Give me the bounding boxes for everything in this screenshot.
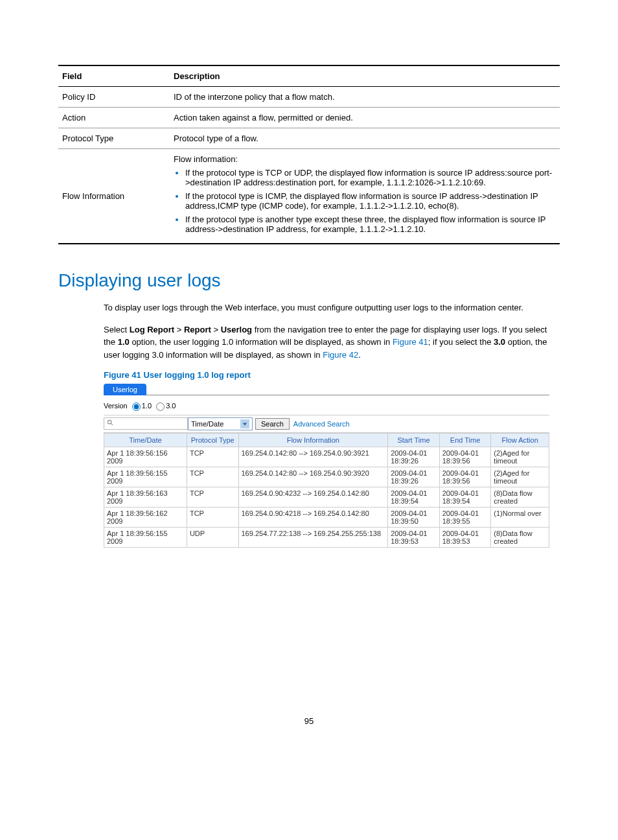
table-row: Apr 1 18:39:56:155 2009UDP169.254.77.22:… [104, 527, 549, 547]
cell-start: 2009-04-01 18:39:54 [388, 487, 440, 507]
cell-time: Apr 1 18:39:56:163 2009 [104, 487, 187, 507]
search-input[interactable] [104, 417, 188, 430]
cell-end: 2009-04-01 18:39:56 [439, 447, 491, 467]
cell-field: Flow Information [58, 149, 170, 244]
cell-action: (8)Data flow created [491, 527, 549, 547]
th-flow[interactable]: Flow Information [238, 433, 388, 447]
version-label: Version [104, 402, 128, 410]
chevron-down-icon [240, 419, 249, 428]
cell-end: 2009-04-01 18:39:54 [439, 487, 491, 507]
search-bar: Time/Date Search Advanced Search [104, 415, 549, 433]
cell-time: Apr 1 18:39:56:162 2009 [104, 507, 187, 527]
table-row: Protocol Type Protocol type of a flow. [58, 128, 560, 149]
search-field-select[interactable]: Time/Date [188, 417, 253, 430]
table-row: Apr 1 18:39:56:162 2009TCP169.254.0.90:4… [104, 507, 549, 527]
desc-bullet: If the protocol type is another type exc… [185, 215, 556, 234]
search-icon [107, 419, 114, 426]
userlog-table: Time/Date Protocol Type Flow Information… [104, 433, 549, 548]
table-row: Apr 1 18:39:56:163 2009TCP169.254.0.90:4… [104, 487, 549, 507]
th-protocol[interactable]: Protocol Type [187, 433, 238, 447]
cell-end: 2009-04-01 18:39:53 [439, 527, 491, 547]
paragraph: Select Log Report > Report > Userlog fro… [58, 323, 560, 362]
cell-proto: TCP [187, 447, 238, 467]
cell-desc: Flow information: If the protocol type i… [170, 149, 560, 244]
table-row: Apr 1 18:39:56:155 2009TCP169.254.0.142:… [104, 467, 549, 487]
cell-action: (2)Aged for timeout [491, 447, 549, 467]
cell-proto: TCP [187, 507, 238, 527]
cell-end: 2009-04-01 18:39:55 [439, 507, 491, 527]
desc-bullet: If the protocol type is TCP or UDP, the … [185, 168, 556, 187]
field-description-table: Field Description Policy ID ID of the in… [58, 65, 560, 244]
cell-flow: 169.254.0.90:4232 --> 169.254.0.142:80 [238, 487, 388, 507]
cell-start: 2009-04-01 18:39:50 [388, 507, 440, 527]
tab-userlog[interactable]: Userlog [104, 384, 146, 395]
svg-point-0 [108, 420, 111, 424]
cell-time: Apr 1 18:39:56:155 2009 [104, 467, 187, 487]
cell-flow: 169.254.77.22:138 --> 169.254.255.255:13… [238, 527, 388, 547]
cell-field: Action [58, 108, 170, 128]
cell-flow: 169.254.0.142:80 --> 169.254.0.90:3920 [238, 467, 388, 487]
cell-proto: TCP [187, 467, 238, 487]
cell-field: Protocol Type [58, 128, 170, 149]
search-button[interactable]: Search [255, 418, 290, 430]
cell-flow: 169.254.0.142:80 --> 169.254.0.90:3921 [238, 447, 388, 467]
screenshot-userlog: Userlog Version 1.0 3.0 Time/Date Search… [104, 384, 549, 548]
cell-desc: ID of the interzone policy that a flow m… [170, 87, 560, 108]
th-start[interactable]: Start Time [388, 433, 440, 447]
figure-link[interactable]: Figure 41 [393, 337, 428, 347]
radio-version-3[interactable] [156, 402, 165, 411]
th-action[interactable]: Flow Action [491, 433, 549, 447]
cell-proto: TCP [187, 487, 238, 507]
cell-proto: UDP [187, 527, 238, 547]
th-field: Field [58, 65, 170, 87]
cell-action: (1)Normal over [491, 507, 549, 527]
table-row: Policy ID ID of the interzone policy tha… [58, 87, 560, 108]
paragraph: To display user logs through the Web int… [58, 301, 560, 314]
cell-action: (2)Aged for timeout [491, 467, 549, 487]
select-value: Time/Date [191, 420, 223, 428]
th-time[interactable]: Time/Date [104, 433, 187, 447]
cell-start: 2009-04-01 18:39:26 [388, 467, 440, 487]
cell-desc: Action taken against a flow, permitted o… [170, 108, 560, 128]
version-selector: Version 1.0 3.0 [104, 399, 549, 415]
figure-caption: Figure 41 User logging 1.0 log report [58, 370, 560, 380]
cell-start: 2009-04-01 18:39:26 [388, 447, 440, 467]
desc-bullet: If the protocol type is ICMP, the displa… [185, 191, 556, 211]
svg-line-1 [111, 423, 113, 425]
th-description: Description [170, 65, 560, 87]
cell-action: (8)Data flow created [491, 487, 549, 507]
page-number: 95 [58, 716, 560, 726]
cell-flow: 169.254.0.90:4218 --> 169.254.0.142:80 [238, 507, 388, 527]
table-row: Apr 1 18:39:56:156 2009TCP169.254.0.142:… [104, 447, 549, 467]
cell-start: 2009-04-01 18:39:53 [388, 527, 440, 547]
cell-desc: Protocol type of a flow. [170, 128, 560, 149]
cell-time: Apr 1 18:39:56:156 2009 [104, 447, 187, 467]
tab-underline [104, 395, 549, 395]
cell-end: 2009-04-01 18:39:56 [439, 467, 491, 487]
table-row: Flow Information Flow information: If th… [58, 149, 560, 244]
advanced-search-link[interactable]: Advanced Search [293, 420, 350, 428]
desc-intro: Flow information: [174, 154, 556, 164]
radio-version-1[interactable] [132, 402, 141, 411]
section-heading: Displaying user logs [58, 270, 560, 291]
cell-field: Policy ID [58, 87, 170, 108]
cell-time: Apr 1 18:39:56:155 2009 [104, 527, 187, 547]
svg-marker-2 [243, 423, 247, 425]
th-end[interactable]: End Time [439, 433, 491, 447]
figure-link[interactable]: Figure 42 [323, 350, 358, 360]
table-row: Action Action taken against a flow, perm… [58, 108, 560, 128]
